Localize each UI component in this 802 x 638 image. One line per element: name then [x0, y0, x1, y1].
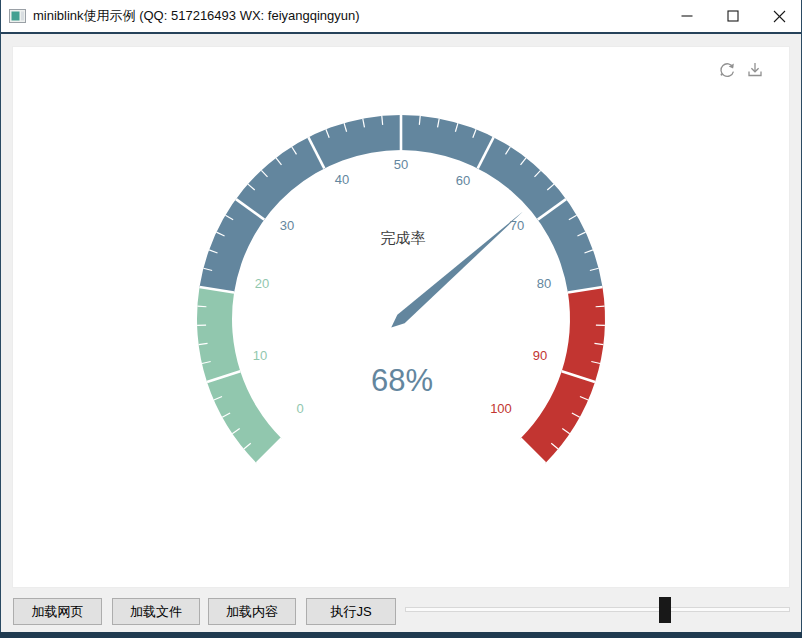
gauge-axis-label: 50	[394, 157, 408, 172]
close-button[interactable]	[756, 0, 802, 32]
app-icon	[9, 8, 26, 24]
load-webpage-button[interactable]: 加载网页	[13, 598, 102, 625]
gauge-axis-label: 90	[533, 348, 547, 363]
gauge-axis-label: 10	[253, 348, 267, 363]
load-file-button[interactable]: 加载文件	[112, 598, 200, 625]
gauge-axis-label: 80	[537, 276, 551, 291]
window-controls	[664, 0, 802, 32]
gauge-axis-label: 0	[296, 401, 303, 416]
close-icon	[773, 10, 786, 23]
gauge-chart: 0102030405060708090100完成率68%	[13, 47, 791, 589]
slider-handle[interactable]	[659, 597, 671, 623]
gauge-minor-tick	[596, 306, 605, 307]
gauge-axis-label: 30	[280, 218, 294, 233]
load-content-button[interactable]: 加载内容	[208, 598, 296, 625]
minimize-icon	[681, 10, 693, 22]
value-slider[interactable]	[405, 594, 790, 626]
window-title: miniblink使用示例 (QQ: 517216493 WX: feiyang…	[33, 0, 360, 32]
window-border-bottom	[0, 632, 802, 638]
gauge-segment	[521, 287, 605, 463]
gauge-axis-label: 40	[335, 172, 349, 187]
gauge-minor-tick	[197, 306, 206, 307]
maximize-icon	[727, 10, 739, 22]
chart-panel: 0102030405060708090100完成率68%	[12, 46, 790, 588]
download-icon[interactable]	[745, 60, 765, 80]
gauge-minor-tick	[382, 116, 383, 125]
gauge-axis-label: 20	[255, 276, 269, 291]
titlebar[interactable]: miniblink使用示例 (QQ: 517216493 WX: feiyang…	[0, 0, 802, 32]
gauge-axis-label: 60	[456, 173, 470, 188]
gauge-title: 完成率	[381, 229, 426, 246]
gauge-axis-label: 70	[510, 218, 524, 233]
execute-js-button[interactable]: 执行JS	[306, 598, 396, 625]
gauge-minor-tick	[419, 116, 420, 125]
titlebar-divider	[0, 32, 802, 34]
app-window: miniblink使用示例 (QQ: 517216493 WX: feiyang…	[0, 0, 802, 638]
slider-groove[interactable]	[405, 607, 790, 612]
window-border-left	[0, 0, 1, 638]
minimize-button[interactable]	[664, 0, 710, 32]
gauge-axis-label: 100	[490, 401, 512, 416]
gauge-segment	[197, 287, 281, 463]
chart-toolbox	[717, 60, 765, 80]
gauge-detail: 68%	[371, 363, 433, 398]
refresh-icon[interactable]	[717, 60, 737, 80]
maximize-button[interactable]	[710, 0, 756, 32]
